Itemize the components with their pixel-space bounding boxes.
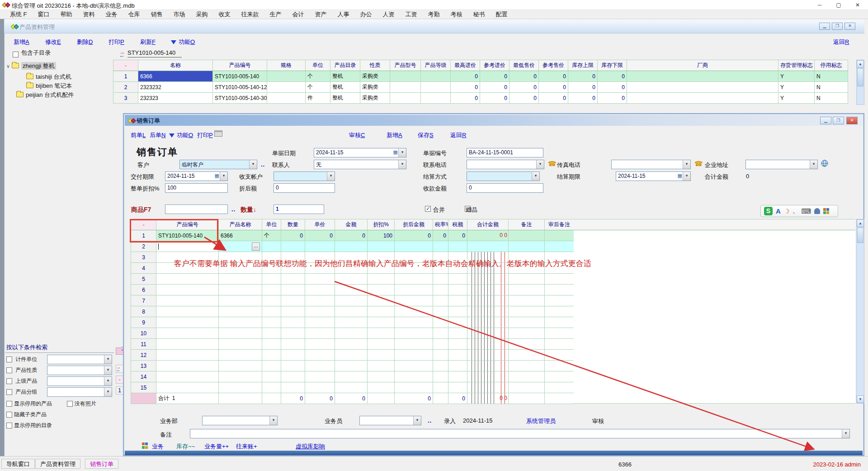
detail-row[interactable]: 10 — [131, 328, 574, 339]
nature-filter-checkbox[interactable] — [6, 367, 12, 373]
restore-icon[interactable]: ❐ — [833, 117, 844, 124]
unit-filter-checkbox[interactable] — [6, 357, 12, 362]
audit-button[interactable]: 审核C — [349, 131, 365, 139]
tab-sales-order[interactable]: 销售订单 — [85, 459, 118, 469]
menu-item[interactable]: 生产 — [264, 10, 287, 19]
volume-link[interactable]: 业务量++ — [204, 442, 229, 451]
show-disabled-catalog-option[interactable]: 显示停用的目录 — [6, 422, 52, 429]
latin-mode-icon[interactable]: A — [776, 207, 781, 215]
restore-icon[interactable]: ❐ — [832, 23, 843, 30]
detail-row[interactable]: 5 — [131, 274, 574, 285]
minimize-button[interactable]: ─ — [812, 1, 827, 9]
printer-icon[interactable] — [214, 130, 222, 137]
phone-icon[interactable]: ☎ — [548, 160, 557, 168]
dialog-title-bar[interactable]: 销售订单 ▁ ❐ ✕ — [125, 115, 863, 126]
tone-icon[interactable]: 、 — [793, 207, 798, 215]
include-subdir-checkbox[interactable] — [13, 52, 19, 57]
stock-link[interactable]: 库存~~ — [176, 442, 195, 451]
menu-item[interactable]: 考勤 — [423, 10, 445, 19]
back-button[interactable]: 返回R — [833, 38, 849, 46]
menu-item[interactable]: 人事 — [332, 10, 355, 19]
phone-select[interactable]: ▾ — [467, 160, 544, 169]
tree-item-zhengji[interactable]: ∨zhengji 整机 — [6, 62, 56, 70]
virtual-stock-link[interactable]: 虚拟库影响 — [296, 442, 325, 451]
detail-row[interactable]: 11 — [131, 339, 574, 350]
scrollbar-thumb[interactable] — [857, 68, 863, 86]
sogou-icon[interactable]: S — [764, 207, 773, 215]
doc-no-field[interactable]: BA-24-11-15-0001 — [467, 148, 543, 157]
moon-icon[interactable]: ☽ — [784, 208, 790, 215]
menu-item[interactable]: 业务 — [100, 10, 123, 19]
entry-user-link[interactable]: 系统管理员 — [526, 417, 556, 425]
prev-order-button[interactable]: 前单L — [131, 131, 146, 139]
close-icon[interactable]: ✕ — [844, 23, 855, 30]
hide-subclass-option[interactable]: 隐藏子类产品 — [6, 411, 47, 419]
received-field[interactable]: 0 — [467, 183, 543, 193]
detail-row[interactable]: 7 — [131, 295, 574, 306]
group-filter-select[interactable]: ▾ — [47, 387, 112, 397]
detail-row[interactable]: 15 — [131, 382, 574, 393]
discounted-field[interactable]: 0 — [274, 183, 335, 193]
scrollbar-thumb[interactable] — [857, 228, 863, 243]
discount-field[interactable]: 100 — [165, 183, 228, 193]
menu-item[interactable]: 收支 — [213, 10, 236, 19]
contact-select[interactable]: 无▾ — [314, 160, 406, 169]
close-icon[interactable]: ✕ — [846, 117, 858, 124]
scroll-up-icon[interactable]: ▲ — [857, 219, 864, 227]
group-filter-checkbox[interactable] — [6, 389, 12, 395]
minimize-icon[interactable]: ▁ — [820, 117, 831, 124]
customer-select[interactable]: 临时客户▾ — [179, 160, 257, 169]
menu-item[interactable]: 仓库 — [123, 10, 146, 19]
clerk-select[interactable]: ▾ — [359, 416, 421, 425]
menu-item[interactable]: 市场 — [168, 10, 191, 19]
add-button[interactable]: 新增A — [387, 131, 402, 139]
chevron-down-icon[interactable]: ∨ — [6, 63, 10, 69]
close-button[interactable]: ✕ — [850, 1, 865, 9]
product-table-scrollbar[interactable]: ▲ — [856, 60, 864, 105]
refresh-button[interactable]: 刷新F — [140, 38, 156, 46]
goods-browse-button[interactable]: .. — [231, 206, 236, 213]
parent-filter-checkbox[interactable] — [6, 378, 12, 384]
account-select[interactable]: ▾ — [274, 171, 335, 181]
table-row[interactable]: 16366STY1010-005-140个整机采购类000000YN — [113, 71, 848, 82]
phone-icon[interactable]: ☎ — [694, 160, 703, 168]
save-button[interactable]: 保存S — [418, 131, 434, 139]
back-button[interactable]: 返回R — [450, 131, 466, 139]
menu-item[interactable]: 帮助 — [55, 10, 78, 19]
account-link[interactable]: 往来账+ — [236, 442, 257, 451]
tree-item-peijian[interactable]: peijian 台式机配件 — [16, 91, 74, 99]
menu-item[interactable]: 销售 — [146, 10, 168, 19]
menu-item[interactable]: 配置 — [491, 10, 513, 19]
delivery-date-picker[interactable]: 2024-11-15▦▾ — [165, 171, 228, 181]
detail-row[interactable]: 12 — [131, 350, 574, 361]
address-select[interactable]: ▾ — [745, 160, 818, 169]
goods-code-input[interactable] — [165, 205, 228, 214]
table-row[interactable]: 22323232STY1010-005-140-120个整机采购类000000Y… — [113, 82, 848, 93]
detail-table-scrollbar[interactable]: ▲ ▼ — [856, 219, 864, 404]
function-button[interactable]: 功能O — [169, 131, 193, 139]
ellipsis-button[interactable]: … — [252, 243, 260, 251]
menu-item[interactable]: 窗口 — [33, 10, 55, 19]
settle-term-picker[interactable]: 2024-11-15▦▾ — [616, 171, 691, 181]
menu-item[interactable]: 资料 — [78, 10, 100, 19]
menu-item[interactable]: 采购 — [191, 10, 213, 19]
tree-item-bijiben[interactable]: bijiben 笔记本 — [26, 82, 72, 90]
settle-method-select[interactable]: ▾ — [467, 171, 540, 181]
menu-item[interactable]: 往来款 — [236, 10, 264, 19]
show-disabled-products-option[interactable]: 显示停用的产品 — [6, 400, 52, 408]
edit-button[interactable]: 修改E — [45, 38, 61, 46]
menu-item[interactable]: 考核 — [445, 10, 468, 19]
menu-item[interactable]: 工资 — [400, 10, 423, 19]
swap-icon[interactable]: →← — [119, 51, 127, 58]
business-link[interactable]: 业务 — [152, 442, 164, 451]
ime-toolbar[interactable]: S A ☽ 、 ⌨ — [760, 205, 838, 217]
next-order-button[interactable]: 后单N — [150, 131, 165, 139]
maximize-button[interactable]: ▢ — [831, 1, 846, 9]
detail-row[interactable]: 13 — [131, 361, 574, 371]
print-button[interactable]: 打印P — [108, 38, 124, 46]
person-icon[interactable] — [814, 208, 820, 214]
parent-filter-select[interactable]: ▾ — [47, 376, 112, 386]
filter-code[interactable]: STY1010-005-140 — [127, 49, 182, 57]
clerk-browse-button[interactable]: .. — [428, 417, 432, 424]
doc-date-picker[interactable]: 2024-11-15▦▾ — [314, 148, 406, 157]
